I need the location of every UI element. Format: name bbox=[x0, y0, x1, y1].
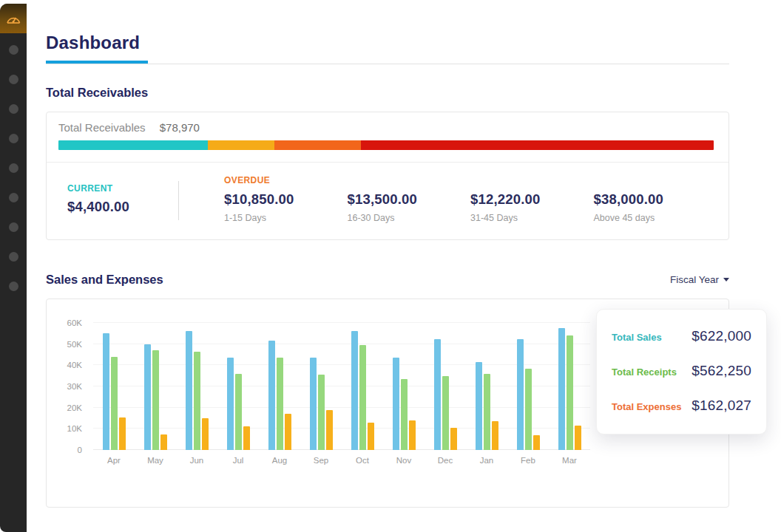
bar-receipts-nov[interactable] bbox=[401, 379, 408, 450]
sidebar-item-5[interactable] bbox=[9, 163, 18, 173]
x-axis-label-mar: Mar bbox=[549, 456, 590, 465]
x-axis-label-may: May bbox=[135, 456, 176, 465]
aging-amount: $12,220.00 bbox=[470, 191, 594, 208]
y-axis-tick-30K: 30K bbox=[53, 382, 82, 391]
bar-expenses-nov[interactable] bbox=[409, 420, 416, 450]
x-axis-label-oct: Oct bbox=[342, 456, 383, 465]
current-amount: $4,400.00 bbox=[67, 199, 178, 215]
sidebar-item-dashboard-active[interactable] bbox=[0, 4, 27, 33]
bar-receipts-jan[interactable] bbox=[484, 374, 490, 450]
x-axis-label-jul: Jul bbox=[217, 456, 259, 465]
aging-col-above-45: $38,000.00 Above 45 days bbox=[594, 175, 717, 223]
bar-receipts-sep[interactable] bbox=[318, 375, 325, 450]
bar-group-aug: Aug bbox=[259, 323, 300, 450]
chevron-down-icon bbox=[723, 278, 729, 282]
bar-receipts-jun[interactable] bbox=[194, 352, 200, 450]
bar-group-jul: Jul bbox=[217, 323, 259, 450]
x-axis-label-nov: Nov bbox=[383, 456, 425, 465]
bar-receipts-may[interactable] bbox=[152, 350, 159, 450]
total-receivables-section: Total Receivables Total Receivables $78,… bbox=[46, 86, 729, 240]
aging-col-31-45: $12,220.00 31-45 Days bbox=[470, 175, 594, 223]
receivables-card-top: Total Receivables $78,970 bbox=[47, 112, 728, 162]
sidebar-item-9[interactable] bbox=[9, 282, 18, 291]
aging-col-16-30: $13,500.00 16-30 Days bbox=[348, 175, 471, 223]
y-axis-tick-0: 0 bbox=[53, 446, 82, 454]
receivables-aging-bar bbox=[58, 140, 714, 150]
aging-col-1-15: OVERDUE $10,850.00 1-15 Days bbox=[224, 175, 348, 223]
sidebar-item-1[interactable] bbox=[9, 45, 18, 55]
sidebar-menu bbox=[0, 45, 27, 291]
bar-expenses-dec[interactable] bbox=[450, 428, 457, 450]
bar-sales-may[interactable] bbox=[144, 344, 151, 450]
bar-group-jan: Jan bbox=[466, 323, 507, 450]
bar-expenses-oct[interactable] bbox=[368, 423, 374, 450]
x-axis-label-feb: Feb bbox=[507, 456, 549, 465]
receivables-card: Total Receivables $78,970 CURRENT $4,400… bbox=[46, 112, 729, 240]
sidebar-item-6[interactable] bbox=[9, 193, 18, 202]
fiscal-year-label: Fiscal Year bbox=[670, 274, 719, 285]
gauge-icon bbox=[5, 12, 21, 25]
bar-receipts-aug[interactable] bbox=[277, 358, 283, 450]
bar-receipts-jul[interactable] bbox=[235, 374, 242, 450]
sidebar-item-7[interactable] bbox=[9, 222, 18, 232]
bar-expenses-apr[interactable] bbox=[119, 417, 126, 450]
bar-receipts-oct[interactable] bbox=[359, 345, 366, 450]
overdue-label: OVERDUE bbox=[224, 175, 348, 188]
bar-sales-dec[interactable] bbox=[434, 339, 441, 451]
bar-receipts-dec[interactable] bbox=[442, 376, 449, 450]
bar-sales-sep[interactable] bbox=[310, 358, 317, 450]
bar-sales-apr[interactable] bbox=[103, 333, 109, 450]
bar-group-mar: Mar bbox=[549, 323, 590, 450]
aging-amount: $38,000.00 bbox=[594, 191, 717, 208]
summary-label: Total Receipts bbox=[612, 366, 677, 378]
bar-sales-jan[interactable] bbox=[476, 362, 482, 450]
bar-expenses-jun[interactable] bbox=[202, 418, 209, 450]
y-axis-tick-60K: 60K bbox=[53, 318, 82, 327]
current-receivables-block: CURRENT $4,400.00 bbox=[67, 175, 178, 223]
fiscal-year-dropdown[interactable]: Fiscal Year bbox=[670, 274, 729, 285]
aging-bar-segment-overdue-16-30 bbox=[274, 140, 361, 150]
bar-sales-jul[interactable] bbox=[227, 358, 234, 450]
sidebar-item-2[interactable] bbox=[9, 75, 18, 84]
bar-receipts-feb[interactable] bbox=[525, 369, 532, 450]
aging-period: 16-30 Days bbox=[348, 213, 471, 223]
y-axis-tick-10K: 10K bbox=[53, 424, 82, 433]
x-axis-label-aug: Aug bbox=[259, 456, 300, 465]
x-axis-label-sep: Sep bbox=[300, 456, 342, 465]
bar-expenses-feb[interactable] bbox=[533, 435, 540, 450]
aging-period: 31-45 Days bbox=[470, 213, 594, 223]
sidebar-item-4[interactable] bbox=[9, 134, 18, 143]
aging-bar-segment-current bbox=[58, 140, 208, 150]
bar-receipts-mar[interactable] bbox=[567, 335, 573, 450]
bar-group-may: May bbox=[135, 323, 176, 450]
chart-plot: AprMayJunJulAugSepOctNovDecJanFebMar bbox=[93, 323, 590, 450]
current-label: CURRENT bbox=[67, 183, 178, 194]
bar-sales-nov[interactable] bbox=[393, 358, 399, 450]
y-axis-tick-50K: 50K bbox=[53, 340, 82, 349]
bar-sales-aug[interactable] bbox=[268, 341, 275, 450]
bar-expenses-mar[interactable] bbox=[575, 426, 581, 450]
bar-expenses-sep[interactable] bbox=[326, 410, 333, 450]
bar-group-feb: Feb bbox=[507, 323, 549, 450]
aging-spacer bbox=[348, 175, 471, 188]
sales-expenses-title: Sales and Expenses bbox=[46, 273, 163, 287]
aging-period: Above 45 days bbox=[594, 213, 717, 223]
bar-expenses-jul[interactable] bbox=[243, 426, 250, 450]
bar-sales-oct[interactable] bbox=[351, 331, 358, 450]
bar-sales-mar[interactable] bbox=[558, 328, 565, 450]
summary-label: Total Sales bbox=[612, 332, 662, 343]
sidebar-item-8[interactable] bbox=[9, 252, 18, 262]
bar-group-dec: Dec bbox=[425, 323, 466, 450]
bar-group-jun: Jun bbox=[176, 323, 217, 450]
bar-expenses-jan[interactable] bbox=[492, 421, 498, 450]
bar-sales-feb[interactable] bbox=[517, 339, 524, 451]
bar-expenses-aug[interactable] bbox=[285, 414, 291, 450]
page-title: Dashboard bbox=[46, 33, 729, 53]
bar-receipts-apr[interactable] bbox=[111, 357, 118, 450]
title-accent-underline bbox=[46, 61, 148, 64]
x-axis-label-dec: Dec bbox=[425, 456, 466, 465]
bar-expenses-may[interactable] bbox=[160, 434, 167, 451]
receivables-section-title: Total Receivables bbox=[46, 86, 729, 100]
sidebar-item-3[interactable] bbox=[9, 104, 18, 114]
bar-sales-jun[interactable] bbox=[186, 331, 192, 450]
